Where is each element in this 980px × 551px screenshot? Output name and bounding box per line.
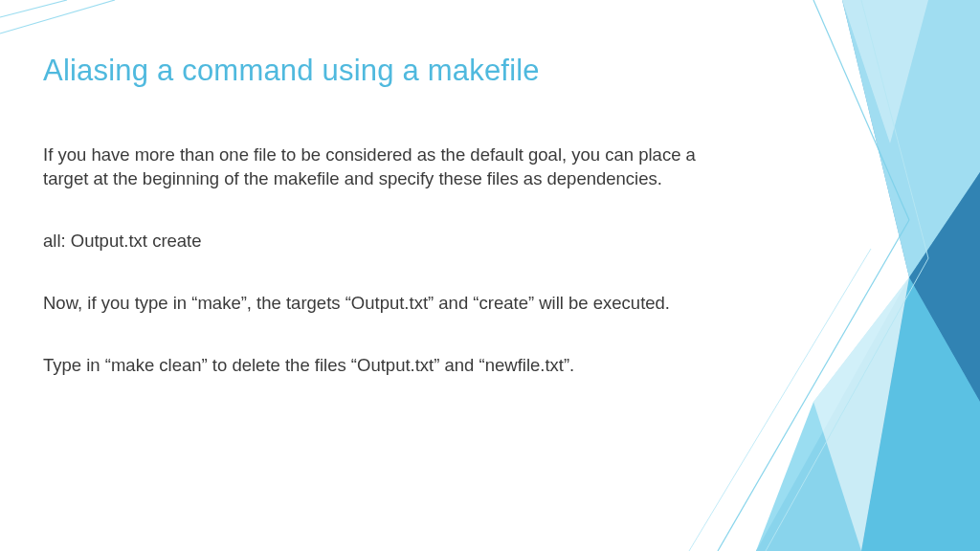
paragraph-clean: Type in “make clean” to delete the files… <box>43 354 713 378</box>
svg-line-7 <box>718 220 909 551</box>
svg-line-11 <box>689 249 871 551</box>
paragraph-intro: If you have more than one file to be con… <box>43 143 713 191</box>
slide-title: Aliasing a command using a makefile <box>43 53 713 88</box>
svg-line-9 <box>766 258 928 551</box>
paragraph-code: all: Output.txt create <box>43 230 713 253</box>
svg-line-12 <box>0 0 115 33</box>
content-area: Aliasing a command using a makefile If y… <box>43 53 713 416</box>
paragraph-make: Now, if you type in “make”, the targets … <box>43 292 713 316</box>
svg-line-13 <box>0 0 67 17</box>
svg-marker-0 <box>756 0 980 551</box>
slide: Aliasing a command using a makefile If y… <box>0 0 980 551</box>
svg-marker-6 <box>842 0 928 143</box>
svg-line-10 <box>861 0 928 258</box>
svg-marker-2 <box>909 172 980 402</box>
svg-line-8 <box>813 0 909 220</box>
svg-marker-1 <box>842 0 980 277</box>
svg-marker-3 <box>861 277 980 551</box>
svg-marker-5 <box>813 277 909 551</box>
svg-marker-4 <box>756 277 909 551</box>
